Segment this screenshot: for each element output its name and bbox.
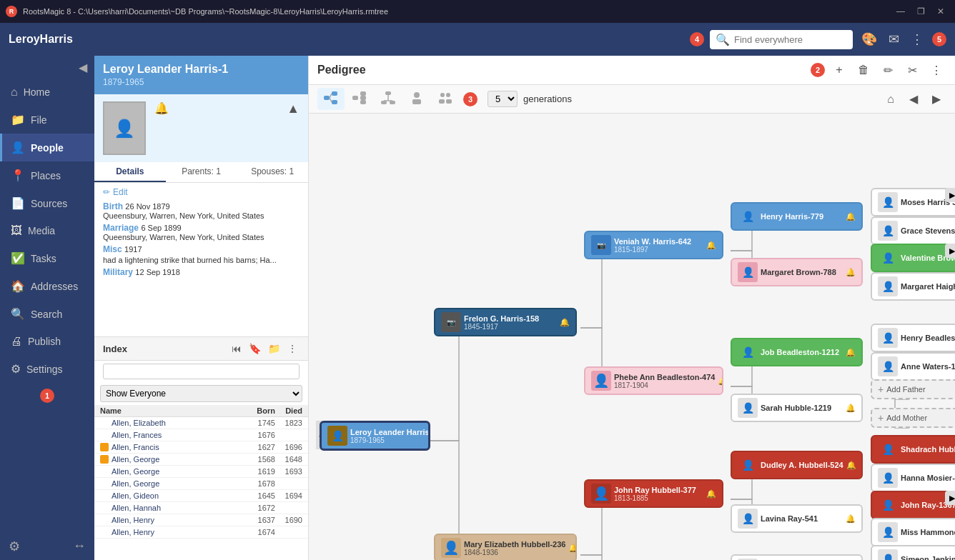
list-item[interactable]: Allen, Gideon 1645 1694: [94, 490, 308, 502]
node-mff[interactable]: 👤 Dudley A. Hubbell-524 🔔: [731, 451, 863, 479]
node-mmff[interactable]: 👤 Simeon Jenkins-955: [871, 545, 955, 560]
item-name: Allen, George: [112, 479, 248, 488]
show-everyone-select[interactable]: Show Everyone: [100, 385, 302, 402]
generations-select[interactable]: 5 4 3 6: [488, 91, 518, 107]
sidebar-item-media[interactable]: 🖼 Media: [0, 217, 94, 244]
sidebar-expand-icon[interactable]: ↔: [73, 539, 86, 554]
tab-details[interactable]: Details: [94, 162, 166, 182]
military-date: 12 Sep 1918: [135, 268, 179, 276]
index-tool-1[interactable]: ⏮: [229, 341, 244, 356]
sidebar-item-people[interactable]: 👤 People: [0, 134, 94, 161]
tab-group-view[interactable]: [432, 88, 459, 110]
sidebar-item-places[interactable]: 📍 Places: [0, 161, 94, 189]
node-fffm[interactable]: 👤 Grace Stevens-928: [871, 216, 955, 245]
list-item[interactable]: Allen, Francis 1627 1696: [94, 441, 308, 454]
tab-family-view[interactable]: [346, 88, 373, 110]
edit-button[interactable]: ✏: [878, 60, 898, 80]
sidebar-item-tasks[interactable]: ✅ Tasks: [0, 244, 94, 272]
add-button[interactable]: +: [829, 60, 849, 80]
edit-link[interactable]: ✏ Edit: [103, 187, 300, 197]
list-item[interactable]: Allen, George 1568 1648: [94, 454, 308, 466]
node-fmff[interactable]: 👤 Henry Beadleston-1154: [871, 324, 955, 352]
nav-home-button[interactable]: ⌂: [881, 89, 901, 109]
sidebar-item-search[interactable]: 🔍 Search: [0, 300, 94, 328]
expand-right-2[interactable]: ▶: [945, 244, 955, 258]
maximize-button[interactable]: ❐: [912, 4, 929, 19]
item-color-indicator: [100, 467, 109, 476]
node-ffmm[interactable]: 👤 Margaret Haight-1080: [871, 272, 955, 301]
node-fmf[interactable]: 👤 Job Beadleston-1212 🔔: [731, 338, 863, 366]
node-father[interactable]: 📷 Frelon G. Harris-158 1845-1917 🔔: [434, 308, 577, 336]
node-mf[interactable]: 👤 John Ray Hubbell-377 1813-1885 🔔: [584, 479, 723, 508]
find-everywhere-input[interactable]: [734, 34, 841, 45]
node-ffff[interactable]: 👤 Moses Harris Jr.-892 ▶: [871, 188, 955, 216]
tab-pedigree-view[interactable]: [317, 88, 345, 110]
more-icon[interactable]: ⋮: [908, 29, 926, 50]
close-button[interactable]: ✕: [932, 4, 949, 19]
index-search-input[interactable]: [103, 364, 300, 379]
node-fmm[interactable]: 👤 Sarah Hubble-1219 🔔: [731, 394, 863, 422]
list-item[interactable]: Allen, George 1678: [94, 478, 308, 490]
sidebar-item-file[interactable]: 📁 File: [0, 106, 94, 134]
list-item[interactable]: Allen, Henry 1637 1690: [94, 514, 308, 526]
node-mfmm[interactable]: 👤 Miss Hammond-1368: [871, 518, 955, 546]
person-photo-placeholder: 👤: [114, 119, 135, 139]
node-mfm[interactable]: 👤 Lavina Ray-541 🔔: [731, 504, 863, 533]
node-fmfm[interactable]: 👤 Anne Waters-1265 🔔: [871, 352, 955, 381]
svg-point-17: [446, 93, 450, 97]
list-item[interactable]: Allen, Frances 1676: [94, 429, 308, 441]
index-more[interactable]: ⋮: [285, 341, 300, 356]
sidebar-item-publish[interactable]: 🖨 Publish: [0, 328, 94, 355]
sidebar-item-addresses[interactable]: 🏠 Addresses: [0, 272, 94, 300]
add-father-button[interactable]: + Add Father: [871, 379, 955, 399]
list-item[interactable]: Allen, Hannah 1672: [94, 502, 308, 514]
node-mmf[interactable]: 👤 Clark Jenkins-792 🔔: [731, 554, 863, 560]
scissors-button[interactable]: ✂: [902, 60, 922, 80]
nav-forward-button[interactable]: ▶: [926, 89, 946, 109]
list-item[interactable]: Allen, Elizabeth 1745 1823: [94, 417, 308, 429]
tasks-icon: ✅: [11, 251, 25, 265]
minimize-button[interactable]: —: [892, 4, 909, 19]
tab-spouses[interactable]: Spouses: 1: [237, 162, 308, 182]
mmff-icon: 👤: [878, 549, 898, 560]
titlebar: R RootsMagic 8 - C:\Users\harri\Document…: [0, 0, 955, 23]
index-header: Index ⏮ 🔖 📁 ⋮: [94, 337, 308, 361]
node-mfff[interactable]: 👤 Shadrach Hubbell-574 ⚠: [871, 435, 955, 464]
svg-point-14: [414, 92, 420, 98]
sidebar-settings-icon[interactable]: ⚙: [9, 539, 20, 554]
sidebar-item-label: Settings: [26, 364, 63, 375]
nav-back-button[interactable]: ◀: [904, 89, 924, 109]
tab-parents[interactable]: Parents: 1: [166, 162, 237, 182]
list-item[interactable]: Allen, George 1619 1693: [94, 466, 308, 478]
node-fm[interactable]: 👤 Phebe Ann Beadleston-474 1817-1904 🔔: [584, 366, 723, 395]
list-item[interactable]: Allen, Henry 1674: [94, 526, 308, 539]
home-icon: ⌂: [11, 86, 18, 99]
node-fff[interactable]: 👤 Henry Harris-779 🔔: [731, 202, 863, 231]
delete-button[interactable]: 🗑: [853, 60, 874, 80]
node-mother[interactable]: 👤 Mary Elizabeth Hubbell-236 1848-1936 🔔: [434, 534, 577, 560]
tab-person-view[interactable]: [403, 88, 430, 110]
node-ffm[interactable]: 👤 Margaret Brown-788 🔔: [731, 258, 863, 286]
index-tool-2[interactable]: 🔖: [247, 341, 263, 356]
node-ff[interactable]: 📷 Veniah W. Harris-642 1815-1897 🔔: [584, 231, 723, 259]
sidebar-item-sources[interactable]: 📄 Sources: [0, 189, 94, 217]
index-tool-3[interactable]: 📁: [266, 341, 282, 356]
sidebar-toggle[interactable]: ◀: [0, 56, 94, 79]
mail-icon[interactable]: ✉: [886, 29, 902, 50]
more-button[interactable]: ⋮: [926, 60, 946, 80]
node-mffm[interactable]: 👤 Hanna Mosier-589: [871, 464, 955, 492]
node-mfmf[interactable]: 👤 John Ray-1367 🔔: [871, 491, 955, 519]
person-header: Leroy Leander Harris-1 1879-1965: [94, 56, 308, 94]
tab-descendant-view[interactable]: [375, 88, 402, 110]
sidebar-item-settings[interactable]: ⚙ Settings: [0, 355, 94, 383]
node-ffmf[interactable]: 👤 Valentine Brown-1073 ▶: [871, 244, 955, 272]
sidebar-item-home[interactable]: ⌂ Home: [0, 79, 94, 106]
expand-right-3[interactable]: ▶: [945, 491, 955, 505]
node-main-person[interactable]: 👤 Leroy Leander Harris-1 1879-1965 6: [320, 421, 430, 451]
add-mother-button[interactable]: + Add Mother: [871, 408, 955, 428]
index-search-area: [94, 361, 308, 382]
search-box[interactable]: 🔍: [710, 30, 853, 49]
theme-icon[interactable]: 🎨: [858, 29, 880, 50]
node-info: Margaret Brown-788: [761, 268, 836, 276]
expand-right-1[interactable]: ▶: [945, 188, 955, 202]
